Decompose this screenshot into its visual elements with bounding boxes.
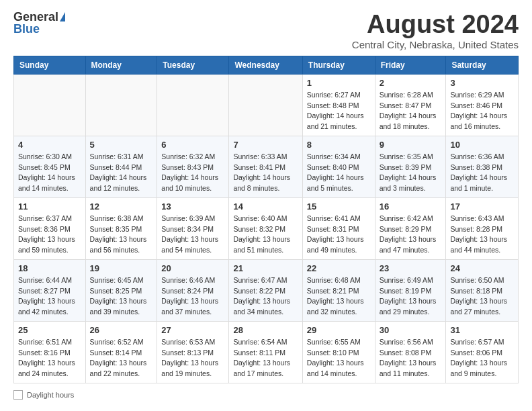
day-number: 12 xyxy=(90,201,153,212)
logo-general-text: General xyxy=(13,11,58,23)
calendar-cell xyxy=(85,74,157,136)
calendar-cell: 1Sunrise: 6:27 AM Sunset: 8:48 PM Daylig… xyxy=(302,74,375,136)
calendar-cell: 9Sunrise: 6:35 AM Sunset: 8:39 PM Daylig… xyxy=(375,136,446,197)
day-number: 7 xyxy=(233,140,298,150)
calendar-cell: 4Sunrise: 6:30 AM Sunset: 8:45 PM Daylig… xyxy=(14,136,86,197)
day-number: 10 xyxy=(450,140,514,150)
logo-triangle-icon xyxy=(60,12,65,21)
calendar-cell: 11Sunrise: 6:37 AM Sunset: 8:36 PM Dayli… xyxy=(14,197,86,259)
calendar-cell: 20Sunrise: 6:46 AM Sunset: 8:24 PM Dayli… xyxy=(157,259,229,321)
day-info: Sunrise: 6:41 AM Sunset: 8:31 PM Dayligh… xyxy=(307,214,371,256)
day-info: Sunrise: 6:32 AM Sunset: 8:43 PM Dayligh… xyxy=(161,152,224,194)
day-number: 3 xyxy=(450,78,514,88)
title-area: August 2024 Central City, Nebraska, Unit… xyxy=(352,11,519,50)
month-title: August 2024 xyxy=(352,11,519,39)
calendar-cell: 29Sunrise: 6:55 AM Sunset: 8:10 PM Dayli… xyxy=(302,321,375,383)
day-info: Sunrise: 6:34 AM Sunset: 8:40 PM Dayligh… xyxy=(307,152,371,194)
day-number: 14 xyxy=(233,201,298,212)
day-info: Sunrise: 6:56 AM Sunset: 8:08 PM Dayligh… xyxy=(380,337,442,379)
calendar-cell: 2Sunrise: 6:28 AM Sunset: 8:47 PM Daylig… xyxy=(375,74,446,136)
calendar-day-header: Friday xyxy=(375,56,446,74)
calendar-cell: 18Sunrise: 6:44 AM Sunset: 8:27 PM Dayli… xyxy=(14,259,86,321)
calendar-week-row: 4Sunrise: 6:30 AM Sunset: 8:45 PM Daylig… xyxy=(14,136,519,197)
daylight-box-icon xyxy=(13,390,23,400)
calendar-cell: 3Sunrise: 6:29 AM Sunset: 8:46 PM Daylig… xyxy=(446,74,519,136)
day-number: 5 xyxy=(90,140,153,150)
calendar-cell: 10Sunrise: 6:36 AM Sunset: 8:38 PM Dayli… xyxy=(446,136,519,197)
day-number: 29 xyxy=(307,325,371,335)
calendar-day-header: Thursday xyxy=(302,56,375,74)
day-number: 11 xyxy=(18,201,81,212)
calendar-cell: 17Sunrise: 6:43 AM Sunset: 8:28 PM Dayli… xyxy=(446,197,519,259)
daylight-label: Daylight hours xyxy=(27,391,74,399)
day-info: Sunrise: 6:36 AM Sunset: 8:38 PM Dayligh… xyxy=(450,152,514,194)
day-number: 30 xyxy=(380,325,442,335)
day-number: 17 xyxy=(450,201,514,212)
day-number: 8 xyxy=(307,140,371,150)
calendar-day-header: Tuesday xyxy=(157,56,229,74)
footer: Daylight hours xyxy=(13,390,519,400)
calendar-cell: 5Sunrise: 6:31 AM Sunset: 8:44 PM Daylig… xyxy=(85,136,157,197)
day-info: Sunrise: 6:33 AM Sunset: 8:41 PM Dayligh… xyxy=(233,152,298,194)
day-info: Sunrise: 6:55 AM Sunset: 8:10 PM Dayligh… xyxy=(307,337,371,379)
day-info: Sunrise: 6:57 AM Sunset: 8:06 PM Dayligh… xyxy=(450,337,514,379)
day-number: 20 xyxy=(161,263,224,273)
calendar-cell xyxy=(157,74,229,136)
calendar-cell: 7Sunrise: 6:33 AM Sunset: 8:41 PM Daylig… xyxy=(229,136,302,197)
day-info: Sunrise: 6:39 AM Sunset: 8:34 PM Dayligh… xyxy=(161,214,224,256)
calendar-cell xyxy=(229,74,302,136)
calendar-cell: 8Sunrise: 6:34 AM Sunset: 8:40 PM Daylig… xyxy=(302,136,375,197)
day-number: 23 xyxy=(380,263,442,273)
day-number: 19 xyxy=(90,263,153,273)
day-info: Sunrise: 6:28 AM Sunset: 8:47 PM Dayligh… xyxy=(380,90,442,132)
calendar-cell: 19Sunrise: 6:45 AM Sunset: 8:25 PM Dayli… xyxy=(85,259,157,321)
calendar-cell: 21Sunrise: 6:47 AM Sunset: 8:22 PM Dayli… xyxy=(229,259,302,321)
day-number: 27 xyxy=(161,325,224,335)
calendar-week-row: 18Sunrise: 6:44 AM Sunset: 8:27 PM Dayli… xyxy=(14,259,519,321)
day-number: 1 xyxy=(307,78,371,88)
day-number: 24 xyxy=(450,263,514,273)
day-number: 22 xyxy=(307,263,371,273)
calendar-cell: 24Sunrise: 6:50 AM Sunset: 8:18 PM Dayli… xyxy=(446,259,519,321)
calendar-cell: 23Sunrise: 6:49 AM Sunset: 8:19 PM Dayli… xyxy=(375,259,446,321)
logo-blue-text: Blue xyxy=(13,23,40,35)
calendar-cell: 13Sunrise: 6:39 AM Sunset: 8:34 PM Dayli… xyxy=(157,197,229,259)
day-number: 9 xyxy=(380,140,442,150)
day-info: Sunrise: 6:31 AM Sunset: 8:44 PM Dayligh… xyxy=(90,152,153,194)
calendar-day-header: Saturday xyxy=(446,56,519,74)
day-info: Sunrise: 6:49 AM Sunset: 8:19 PM Dayligh… xyxy=(380,275,442,318)
day-number: 15 xyxy=(307,201,371,212)
day-info: Sunrise: 6:37 AM Sunset: 8:36 PM Dayligh… xyxy=(18,214,81,256)
calendar-week-row: 11Sunrise: 6:37 AM Sunset: 8:36 PM Dayli… xyxy=(14,197,519,259)
day-info: Sunrise: 6:35 AM Sunset: 8:39 PM Dayligh… xyxy=(380,152,442,194)
calendar-week-row: 1Sunrise: 6:27 AM Sunset: 8:48 PM Daylig… xyxy=(14,74,519,136)
day-number: 28 xyxy=(233,325,298,335)
day-info: Sunrise: 6:48 AM Sunset: 8:21 PM Dayligh… xyxy=(307,275,371,318)
day-info: Sunrise: 6:40 AM Sunset: 8:32 PM Dayligh… xyxy=(233,214,298,256)
header: General Blue August 2024 Central City, N… xyxy=(13,11,519,50)
day-info: Sunrise: 6:46 AM Sunset: 8:24 PM Dayligh… xyxy=(161,275,224,318)
day-number: 18 xyxy=(18,263,81,273)
location-subtitle: Central City, Nebraska, United States xyxy=(352,39,519,50)
day-info: Sunrise: 6:47 AM Sunset: 8:22 PM Dayligh… xyxy=(233,275,298,318)
calendar-week-row: 25Sunrise: 6:51 AM Sunset: 8:16 PM Dayli… xyxy=(14,321,519,383)
calendar-cell: 15Sunrise: 6:41 AM Sunset: 8:31 PM Dayli… xyxy=(302,197,375,259)
day-number: 4 xyxy=(18,140,81,150)
day-number: 13 xyxy=(161,201,224,212)
calendar-cell: 28Sunrise: 6:54 AM Sunset: 8:11 PM Dayli… xyxy=(229,321,302,383)
calendar-cell: 30Sunrise: 6:56 AM Sunset: 8:08 PM Dayli… xyxy=(375,321,446,383)
day-info: Sunrise: 6:42 AM Sunset: 8:29 PM Dayligh… xyxy=(380,214,442,256)
day-info: Sunrise: 6:52 AM Sunset: 8:14 PM Dayligh… xyxy=(90,337,153,379)
day-number: 16 xyxy=(380,201,442,212)
calendar-cell: 12Sunrise: 6:38 AM Sunset: 8:35 PM Dayli… xyxy=(85,197,157,259)
calendar-cell: 25Sunrise: 6:51 AM Sunset: 8:16 PM Dayli… xyxy=(14,321,86,383)
calendar-cell: 6Sunrise: 6:32 AM Sunset: 8:43 PM Daylig… xyxy=(157,136,229,197)
day-info: Sunrise: 6:53 AM Sunset: 8:13 PM Dayligh… xyxy=(161,337,224,379)
calendar-header-row: SundayMondayTuesdayWednesdayThursdayFrid… xyxy=(14,56,519,74)
calendar-cell: 14Sunrise: 6:40 AM Sunset: 8:32 PM Dayli… xyxy=(229,197,302,259)
calendar-cell: 26Sunrise: 6:52 AM Sunset: 8:14 PM Dayli… xyxy=(85,321,157,383)
logo: General Blue xyxy=(13,11,65,35)
calendar-cell: 27Sunrise: 6:53 AM Sunset: 8:13 PM Dayli… xyxy=(157,321,229,383)
day-info: Sunrise: 6:45 AM Sunset: 8:25 PM Dayligh… xyxy=(90,275,153,318)
calendar-cell xyxy=(14,74,86,136)
